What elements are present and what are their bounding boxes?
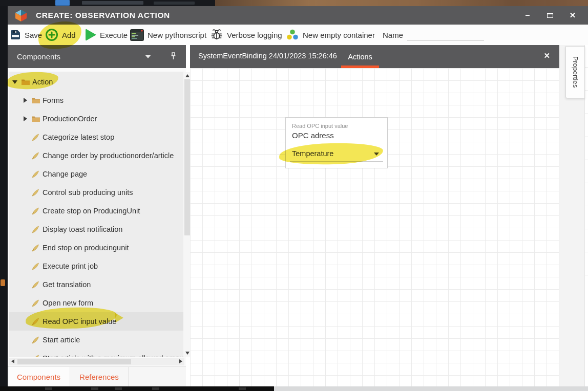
expander-spacer bbox=[20, 263, 30, 269]
scroll-up-icon[interactable] bbox=[185, 74, 190, 77]
minimize-button[interactable]: – bbox=[516, 8, 539, 23]
action-icon bbox=[31, 317, 41, 325]
tree-item[interactable]: Display toast notification bbox=[9, 220, 184, 238]
save-button[interactable]: Save bbox=[10, 25, 42, 45]
action-card[interactable]: Read OPC input value OPC adress Temperat… bbox=[285, 117, 388, 168]
close-button[interactable]: ✕ bbox=[561, 8, 584, 23]
scroll-left-icon[interactable] bbox=[11, 359, 14, 363]
chevron-down-icon[interactable] bbox=[145, 55, 151, 58]
action-icon bbox=[31, 244, 41, 252]
expander-spacer bbox=[20, 318, 30, 324]
expander-spacer bbox=[20, 208, 30, 214]
tree-item-label: Get translation bbox=[43, 280, 91, 289]
expander-spacer bbox=[20, 355, 30, 357]
add-button[interactable]: Add bbox=[45, 25, 76, 45]
tree-item[interactable]: Get translation bbox=[9, 275, 184, 294]
action-icon bbox=[31, 225, 41, 233]
new-pythonscript-button[interactable]: New pythonscript bbox=[130, 25, 206, 45]
background-left-strip bbox=[0, 6, 8, 391]
designer-canvas[interactable]: Read OPC input value OPC adress Temperat… bbox=[190, 68, 559, 386]
pin-icon[interactable] bbox=[170, 52, 177, 61]
components-panel-header: Components bbox=[8, 45, 186, 68]
toolbar: Save Add Execute New python bbox=[8, 25, 588, 45]
expander-collapsed-icon[interactable] bbox=[20, 116, 30, 122]
horizontal-scrollbar-thumb[interactable] bbox=[17, 359, 131, 364]
tab-components[interactable]: Components bbox=[8, 367, 70, 386]
tree-horizontal-scrollbar[interactable] bbox=[9, 358, 184, 365]
background-bottom-strip bbox=[0, 386, 588, 391]
tree-item[interactable]: Control sub producing units bbox=[9, 183, 184, 202]
dropdown-underline bbox=[290, 161, 383, 162]
tree-item-label: Forms bbox=[43, 96, 64, 104]
expander-spacer bbox=[20, 281, 30, 288]
tab-references[interactable]: References bbox=[70, 367, 129, 386]
scroll-right-icon[interactable] bbox=[179, 359, 182, 363]
tree-item[interactable]: Change page bbox=[9, 165, 184, 183]
execute-button[interactable]: Execute bbox=[86, 25, 128, 45]
components-header-label: Components bbox=[17, 52, 60, 61]
tree-item-label: Change order by productionorder/article bbox=[43, 151, 174, 160]
window-title: CREATE: OBSERVATION ACTION bbox=[36, 11, 170, 20]
execute-label: Execute bbox=[100, 31, 128, 39]
background-bottom-light bbox=[274, 386, 588, 391]
opc-address-dropdown[interactable]: Temperature bbox=[292, 149, 333, 158]
background-marker bbox=[1, 279, 5, 286]
tree-item-label: Change page bbox=[43, 170, 87, 178]
tree-item[interactable]: Start article with a maximum allowed amo… bbox=[9, 349, 184, 357]
background-taskbar bbox=[0, 0, 588, 6]
name-input[interactable] bbox=[407, 30, 484, 41]
tree-item[interactable]: Create stop on ProducingUnit bbox=[9, 202, 184, 220]
expander-collapsed-icon[interactable] bbox=[20, 97, 30, 103]
card-field-label: OPC adress bbox=[292, 131, 334, 140]
action-icon bbox=[31, 151, 41, 160]
tree-item-label: Start article bbox=[43, 336, 80, 344]
window-controls: – ✕ bbox=[516, 6, 584, 25]
verbose-logging-button[interactable]: Verbose logging bbox=[210, 25, 282, 45]
bug-icon bbox=[210, 28, 223, 41]
tree-item-label: ProductionOrder bbox=[43, 115, 97, 123]
tree-item-label: Control sub producing units bbox=[43, 188, 133, 197]
name-field-label: Name bbox=[383, 25, 403, 45]
document-close-icon[interactable]: ✕ bbox=[543, 51, 550, 60]
tree-item-label: Start article with a maximum allowed amo… bbox=[43, 354, 184, 357]
maximize-icon bbox=[547, 13, 553, 18]
tree-item[interactable]: Change order by productionorder/article bbox=[9, 146, 184, 165]
background-app-icon bbox=[55, 0, 70, 6]
new-empty-container-button[interactable]: New empty container bbox=[286, 25, 375, 45]
verbose-logging-label: Verbose logging bbox=[227, 31, 282, 39]
tree-item[interactable]: Start article bbox=[9, 331, 184, 349]
folder-icon bbox=[31, 115, 41, 123]
tree-item[interactable]: Open new form bbox=[9, 294, 184, 312]
tab-actions[interactable]: Actions bbox=[341, 45, 379, 68]
tree-item-label: Read OPC input value bbox=[43, 317, 116, 325]
sidebar-bottom-tabs: Components References bbox=[8, 366, 186, 386]
background-wallpaper bbox=[215, 0, 588, 6]
tab-properties[interactable]: Properties bbox=[565, 46, 585, 98]
tree-item[interactable]: Read OPC input value bbox=[9, 312, 184, 331]
tree-item[interactable]: End stop on producingunit bbox=[9, 238, 184, 257]
tree-item[interactable]: Action bbox=[9, 73, 184, 91]
tree-item-label: Create stop on ProducingUnit bbox=[43, 207, 140, 215]
expander-expanded-icon[interactable] bbox=[10, 79, 19, 85]
tab-properties-label: Properties bbox=[572, 56, 579, 88]
action-icon bbox=[31, 262, 41, 270]
binding-title: SystemEventBinding 24/01/2023 15:26:46 bbox=[198, 52, 337, 60]
expander-spacer bbox=[20, 245, 30, 251]
right-dock-rows bbox=[584, 45, 588, 286]
tree-item[interactable]: Forms bbox=[9, 91, 184, 110]
action-icon bbox=[31, 133, 41, 141]
action-icon bbox=[31, 188, 41, 197]
scroll-down-icon[interactable] bbox=[185, 352, 190, 355]
tree-item-label: Execute print job bbox=[43, 262, 98, 270]
dropdown-arrow-icon[interactable] bbox=[374, 153, 379, 156]
action-icon bbox=[31, 354, 41, 357]
tree-item[interactable]: ProductionOrder bbox=[9, 110, 184, 128]
expander-spacer bbox=[20, 153, 30, 159]
folder-icon bbox=[31, 96, 41, 104]
tree-item[interactable]: Execute print job bbox=[9, 257, 184, 275]
action-icon bbox=[31, 280, 41, 289]
tree-item[interactable]: Categorize latest stop bbox=[9, 128, 184, 146]
tree-item-label: Display toast notification bbox=[43, 225, 122, 233]
maximize-button[interactable] bbox=[539, 8, 561, 23]
right-dock-rows-empty bbox=[584, 286, 588, 386]
